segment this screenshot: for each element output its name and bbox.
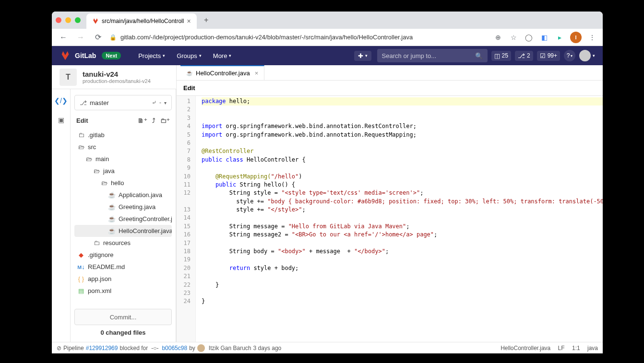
changed-files-label: 0 changed files: [74, 325, 172, 336]
chevron-down-icon: ▾: [593, 53, 595, 58]
projects-menu[interactable]: Projects▾: [134, 52, 169, 59]
tanuki-icon: [92, 18, 99, 24]
extension2-icon[interactable]: ◧: [539, 33, 549, 42]
project-name: tanuki-v24: [83, 70, 151, 78]
folder-main[interactable]: 🗁main: [74, 153, 172, 165]
branch-icon: ⎇: [80, 99, 87, 106]
forward-button[interactable]: →: [75, 32, 86, 43]
java-file-icon: ☕: [186, 70, 193, 76]
folder-src[interactable]: 🗁src: [74, 141, 172, 153]
branch-selector[interactable]: ⎇ master ⤶ - ▾: [74, 95, 172, 110]
issue-icon: ◫: [494, 52, 500, 59]
commit-icon: -○-: [151, 345, 158, 351]
status-right: HelloController.java LF 1:1 java: [495, 345, 598, 351]
file-application[interactable]: ☕Application.java: [74, 189, 172, 201]
status-lang[interactable]: java: [587, 345, 598, 351]
folder-resources[interactable]: 🗀resources: [74, 237, 172, 249]
line-numbers: 123456789101112131415161718192021222324: [177, 96, 196, 342]
status-file: HelloController.java: [501, 345, 550, 351]
gitlab-logo-icon[interactable]: [60, 50, 71, 61]
file-readme[interactable]: м↓README.md: [74, 261, 172, 273]
file-sidebar: ⎇ master ⤶ - ▾ Edit: [71, 89, 176, 342]
file-hellocontroller[interactable]: ☕HelloController.java: [74, 225, 172, 237]
folder-open-icon: 🗁: [85, 155, 93, 163]
window-close-icon[interactable]: [56, 17, 61, 23]
star-icon[interactable]: ☆: [509, 33, 518, 42]
file-greetingcontroller[interactable]: ☕GreetingController.java: [74, 213, 172, 225]
java-file-icon: ☕: [108, 203, 116, 211]
close-icon[interactable]: ×: [187, 17, 191, 25]
commit-when: 3 days ago: [253, 345, 282, 351]
avatar-icon: [579, 50, 591, 61]
json-file-icon: { }: [77, 275, 85, 282]
address-bar: ← → ⟳ 🔒 gitlab.com/-/ide/project/product…: [52, 29, 603, 46]
edit-header: Edit 🗎⁺ ⤴ 🗀⁺: [74, 115, 172, 129]
reload-button[interactable]: ⟳: [92, 32, 104, 43]
merge-icon: ⤶: [152, 99, 156, 106]
chevron-down-icon: ▾: [164, 100, 167, 105]
pipeline-id-link[interactable]: #129912969: [86, 345, 118, 351]
edit-rail-icon[interactable]: ❮/❯: [55, 95, 67, 106]
commit-link[interactable]: b0065c98: [162, 345, 187, 351]
folder-java[interactable]: 🗁java: [74, 165, 172, 177]
browser-tab[interactable]: src/main/java/hello/HelloControll ×: [86, 13, 197, 29]
file-greeting[interactable]: ☕Greeting.java: [74, 201, 172, 213]
file-tab-bar: ☕ HelloController.java ×: [177, 65, 603, 81]
lock-icon: 🔒: [109, 34, 117, 41]
browser-profile-avatar[interactable]: I: [570, 32, 582, 43]
new-file-icon[interactable]: 🗎⁺: [138, 117, 147, 124]
extension1-icon[interactable]: ◯: [524, 33, 534, 42]
folder-gitlab[interactable]: 🗀.gitlab: [74, 129, 172, 141]
file-appjson[interactable]: { }app.json: [74, 273, 172, 285]
status-pos[interactable]: 1:1: [572, 345, 580, 351]
pipeline-status-icon: ⊘: [57, 345, 61, 351]
status-bar: ⊘ Pipeline #129912969 blocked for -○- b0…: [52, 342, 603, 353]
chevron-down-icon: ▾: [163, 53, 165, 58]
folder-open-icon: 🗁: [77, 143, 85, 151]
user-menu[interactable]: ▾: [579, 50, 595, 61]
search-icon: 🔍: [475, 52, 483, 59]
search-input[interactable]: Search or jump to... 🔍: [377, 49, 488, 62]
project-avatar: T: [60, 69, 77, 86]
help-button[interactable]: ?▾: [564, 50, 575, 61]
mr-badge[interactable]: ⎇2: [515, 51, 533, 61]
next-badge[interactable]: Next: [102, 52, 121, 59]
url-field[interactable]: 🔒 gitlab.com/-/ide/project/production-de…: [109, 34, 488, 41]
zoom-icon[interactable]: ⊕: [493, 33, 503, 42]
status-lf[interactable]: LF: [558, 345, 565, 351]
folder-open-icon: 🗁: [100, 179, 108, 187]
author-avatar-icon: [197, 344, 205, 352]
back-button[interactable]: ←: [58, 32, 69, 43]
commit-button[interactable]: Commit...: [74, 309, 172, 325]
browser-tabbar: src/main/java/hello/HelloControll × +: [52, 12, 603, 29]
code-content: package hello; import org.springframewor…: [196, 96, 603, 342]
more-menu[interactable]: More▾: [209, 52, 236, 59]
todos-badge[interactable]: ☑99+: [537, 51, 560, 61]
folder-hello[interactable]: 🗁hello: [74, 177, 172, 189]
file-tab-hellocontroller[interactable]: ☕ HelloController.java ×: [180, 65, 264, 80]
issues-badge[interactable]: ◫25: [491, 51, 511, 61]
close-icon[interactable]: ×: [255, 70, 259, 77]
brand-label: GitLab: [75, 52, 96, 59]
check-icon: ☑: [540, 52, 546, 59]
file-gitignore[interactable]: ◆.gitignore: [74, 249, 172, 261]
window-minimize-icon[interactable]: [65, 17, 71, 23]
upload-icon[interactable]: ⤴: [152, 117, 155, 124]
commit-rail-icon[interactable]: ▣: [55, 114, 67, 126]
file-tree: 🗀.gitlab 🗁src 🗁main 🗁java 🗁hello ☕Applic…: [74, 129, 172, 306]
editor-toolbar: Edit Open in file view↗: [177, 81, 603, 96]
project-path: production-demos/tanuki-v24: [83, 78, 151, 84]
gitlab-navbar: GitLab Next Projects▾ Groups▾ More▾ ✚▾ S…: [52, 46, 603, 65]
pipeline-label: Pipeline: [63, 345, 84, 351]
groups-menu[interactable]: Groups▾: [173, 52, 205, 59]
new-folder-icon[interactable]: 🗀⁺: [160, 117, 170, 124]
new-tab-button[interactable]: +: [200, 13, 213, 27]
file-pom[interactable]: ▤pom.xml: [74, 285, 172, 297]
code-editor[interactable]: 123456789101112131415161718192021222324 …: [177, 96, 603, 342]
create-menu[interactable]: ✚▾: [354, 51, 371, 61]
activity-rail: ❮/❯ ▣: [52, 89, 71, 342]
window-maximize-icon[interactable]: [75, 17, 81, 23]
tab-title: src/main/java/hello/HelloControll: [102, 18, 184, 24]
extension3-icon[interactable]: ▸: [555, 33, 564, 42]
kebab-menu-icon[interactable]: ⋮: [587, 33, 597, 42]
